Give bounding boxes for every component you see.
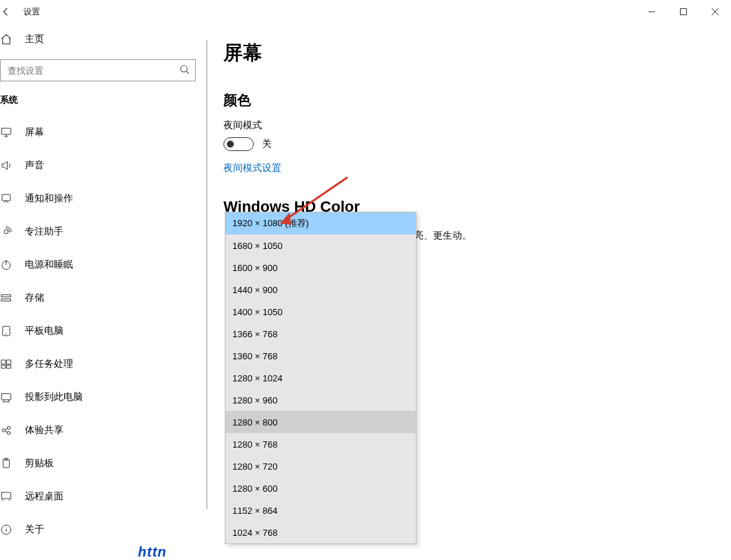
sidebar-item-shared[interactable]: 体验共享 (0, 414, 206, 447)
sidebar-item-label: 多任务处理 (25, 358, 73, 370)
search-input[interactable] (0, 59, 196, 81)
resolution-option[interactable]: 1280 × 600 (226, 477, 416, 499)
svg-rect-12 (1, 366, 6, 369)
svg-point-9 (6, 334, 7, 334)
toggle-knob (227, 141, 234, 148)
resolution-option[interactable]: 1360 × 768 (226, 345, 416, 367)
sidebar-item-label: 声音 (25, 159, 44, 172)
section-color-heading: 颜色 (223, 91, 714, 110)
svg-rect-14 (1, 394, 11, 400)
sidebar-nav: 屏幕声音通知和操作专注助手电源和睡眠存储平板电脑多任务处理投影到此电脑体验共享剪… (0, 116, 206, 546)
resolution-option[interactable]: 1024 × 768 (226, 521, 416, 543)
sidebar-item-multitask[interactable]: 多任务处理 (0, 348, 206, 381)
sidebar-group-title: 系统 (0, 94, 206, 106)
sidebar-item-label: 屏幕 (25, 126, 44, 139)
resolution-option[interactable]: 1152 × 864 (226, 499, 416, 521)
svg-rect-0 (681, 9, 687, 15)
storage-icon (0, 292, 12, 304)
sidebar-item-label: 投影到此电脑 (25, 391, 83, 403)
hdcolor-desc-partial: 亮、更生动。 (414, 230, 472, 242)
night-mode-toggle[interactable] (223, 137, 254, 151)
back-button[interactable] (0, 0, 17, 23)
sidebar-item-about[interactable]: 关于 (0, 513, 206, 546)
sidebar-item-label: 通知和操作 (25, 192, 73, 205)
sidebar-search (0, 59, 196, 81)
power-icon (0, 259, 12, 271)
sidebar-item-label: 体验共享 (25, 424, 63, 437)
night-mode-settings-link[interactable]: 夜间模式设置 (223, 162, 714, 174)
svg-point-17 (8, 432, 11, 435)
resolution-option[interactable]: 1440 × 900 (226, 279, 416, 301)
page-title: 屏幕 (223, 40, 714, 66)
svg-rect-20 (1, 492, 11, 499)
close-button[interactable] (699, 0, 731, 23)
focus-icon (0, 226, 12, 238)
sidebar-item-label: 平板电脑 (25, 325, 63, 337)
resolution-option[interactable]: 1280 × 960 (226, 389, 416, 411)
sidebar-item-label: 存储 (25, 292, 44, 304)
tablet-icon (0, 325, 12, 337)
resolution-option[interactable]: 1280 × 768 (226, 433, 416, 455)
sidebar-item-project[interactable]: 投影到此电脑 (0, 381, 206, 414)
resolution-option[interactable]: 1280 × 800 (226, 411, 416, 433)
sidebar-item-clipboard[interactable]: 剪贴板 (0, 447, 206, 480)
remote-icon (0, 490, 12, 503)
search-icon (179, 64, 190, 75)
resolution-option[interactable]: 1400 × 1050 (226, 301, 416, 323)
sidebar-item-label: 关于 (25, 523, 44, 536)
svg-point-1 (181, 66, 187, 72)
bottom-partial-text: httn (138, 544, 167, 560)
sidebar-item-storage[interactable]: 存储 (0, 281, 206, 314)
sidebar-item-tablet[interactable]: 平板电脑 (0, 314, 206, 348)
display-icon (0, 126, 12, 139)
about-icon (0, 523, 12, 536)
sidebar-item-label: 远程桌面 (25, 490, 63, 503)
svg-rect-7 (1, 299, 11, 301)
sidebar-home-label: 主页 (25, 33, 44, 46)
home-icon (0, 33, 12, 46)
svg-point-15 (2, 429, 6, 432)
sidebar-item-notify[interactable]: 通知和操作 (0, 182, 206, 215)
sidebar-item-label: 剪贴板 (25, 457, 54, 470)
sidebar-item-power[interactable]: 电源和睡眠 (0, 248, 206, 281)
sidebar-home[interactable]: 主页 (0, 23, 206, 55)
svg-point-4 (4, 230, 8, 234)
maximize-button[interactable] (668, 0, 699, 23)
svg-point-16 (8, 426, 11, 430)
resolution-dropdown[interactable]: 1920 × 1080 (推荐)1680 × 10501600 × 900144… (225, 212, 417, 544)
window-title: 设置 (23, 6, 40, 18)
clipboard-icon (0, 457, 12, 470)
project-icon (0, 391, 12, 403)
resolution-option[interactable]: 1280 × 1024 (226, 367, 416, 389)
sidebar-item-label: 专注助手 (25, 226, 63, 238)
sound-icon (0, 159, 12, 172)
night-mode-label: 夜间模式 (223, 119, 714, 132)
sidebar-item-remote[interactable]: 远程桌面 (0, 480, 206, 513)
resolution-option[interactable]: 1680 × 1050 (226, 234, 416, 257)
svg-rect-11 (7, 360, 11, 364)
svg-rect-6 (1, 295, 11, 297)
sidebar-item-label: 电源和睡眠 (25, 259, 73, 271)
multitask-icon (0, 358, 12, 370)
resolution-option[interactable]: 1280 × 720 (226, 455, 416, 477)
svg-rect-10 (1, 360, 6, 364)
svg-rect-3 (2, 194, 10, 201)
svg-rect-2 (1, 128, 11, 134)
sidebar-item-display[interactable]: 屏幕 (0, 116, 206, 149)
resolution-option[interactable]: 1600 × 900 (226, 257, 416, 279)
sidebar-item-sound[interactable]: 声音 (0, 149, 206, 182)
night-mode-toggle-row: 关 (223, 137, 714, 151)
sidebar: 主页 系统 屏幕声音通知和操作专注助手电源和睡眠存储平板电脑多任务处理投影到此电… (0, 23, 207, 560)
titlebar: 设置 (0, 0, 731, 23)
night-mode-state: 关 (262, 138, 272, 150)
resolution-option[interactable]: 1366 × 768 (226, 323, 416, 345)
svg-rect-13 (7, 366, 11, 369)
notify-icon (0, 192, 12, 205)
minimize-button[interactable] (636, 0, 668, 23)
resolution-option[interactable]: 1920 × 1080 (推荐) (226, 212, 416, 234)
sidebar-item-focus[interactable]: 专注助手 (0, 215, 206, 248)
window-controls (636, 0, 731, 23)
shared-icon (0, 424, 12, 437)
